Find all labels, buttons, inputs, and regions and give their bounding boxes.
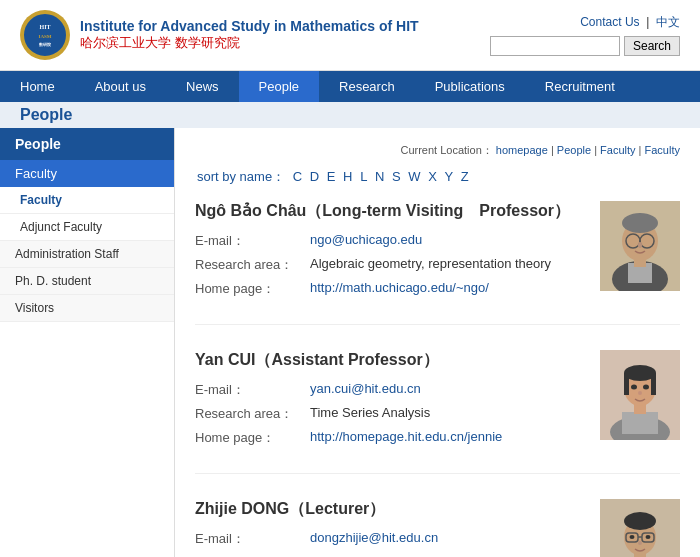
sort-letter-z[interactable]: Z [461,169,469,184]
person-email-row-dong: E-mail： dongzhijie@hit.edu.cn [195,530,585,548]
person-photo-dong [600,499,680,557]
search-button[interactable]: Search [624,36,680,56]
logo-area: HIT IASM 数研院 Institute for Advanced Stud… [20,10,419,60]
breadcrumb-homepage[interactable]: homepage [496,144,548,156]
person-homepage-row-cui: Home page： http://homepage.hit.edu.cn/je… [195,429,585,447]
sidebar-item-phd[interactable]: Ph. D. student [0,268,174,295]
svg-point-9 [622,213,658,233]
sort-label: sort by name： [197,169,285,184]
sort-letter-l[interactable]: L [360,169,367,184]
sort-letter-s[interactable]: S [392,169,401,184]
contact-us-link[interactable]: Contact Us [580,15,639,29]
nav-news[interactable]: News [166,71,239,102]
breadcrumb-faculty-2[interactable]: Faculty [645,144,680,156]
person-email-row-ngo: E-mail： ngo@uchicago.edu [195,232,585,250]
nav-recruitment[interactable]: Recruitment [525,71,635,102]
main-content: Current Location： homepage | People | Fa… [175,128,700,557]
sidebar-item-faculty[interactable]: Faculty [0,187,174,214]
breadcrumb-faculty-1[interactable]: Faculty [600,144,635,156]
sidebar-item-visitors[interactable]: Visitors [0,295,174,322]
page-section-title: People [20,106,72,123]
sort-letter-e[interactable]: E [327,169,336,184]
person-info-ngo: Ngô Bảo Châu（Long-term Visiting Professo… [195,201,585,304]
person-info-dong: Zhijie DONG（Lecturer） E-mail： dongzhijie… [195,499,585,557]
email-link-dong[interactable]: dongzhijie@hit.edu.cn [310,530,438,545]
person-homepage-cui: http://homepage.hit.edu.cn/jennie [310,429,502,447]
person-research-ngo: Algebraic geometry, representation theor… [310,256,551,274]
person-homepage-ngo: http://math.uchicago.edu/~ngo/ [310,280,489,298]
sidebar: People Faculty Faculty Adjunct Faculty A… [0,128,175,557]
svg-point-35 [646,535,651,539]
svg-text:数研院: 数研院 [38,42,52,47]
person-name-ngo: Ngô Bảo Châu（Long-term Visiting Professo… [195,201,585,222]
research-label-cui: Research area： [195,405,310,423]
header: HIT IASM 数研院 Institute for Advanced Stud… [0,0,700,71]
person-email-row-cui: E-mail： yan.cui@hit.edu.cn [195,381,585,399]
sidebar-section-faculty[interactable]: Faculty [0,160,174,187]
sort-letter-n[interactable]: N [375,169,384,184]
email-link-cui[interactable]: yan.cui@hit.edu.cn [310,381,421,396]
sort-letter-c[interactable]: C [293,169,302,184]
breadcrumb-people[interactable]: People [557,144,591,156]
sidebar-item-adjunct-faculty[interactable]: Adjunct Faculty [0,214,174,241]
header-right: Contact Us | 中文 Search [490,14,680,56]
svg-text:IASM: IASM [38,34,51,39]
person-email-ngo: ngo@uchicago.edu [310,232,422,250]
nav-about[interactable]: About us [75,71,166,102]
homepage-label-cui: Home page： [195,429,310,447]
search-area: Search [490,36,680,56]
homepage-link-cui[interactable]: http://homepage.hit.edu.cn/jennie [310,429,502,444]
search-input[interactable] [490,36,620,56]
svg-rect-20 [624,373,629,395]
svg-rect-21 [651,373,656,395]
svg-rect-16 [622,412,658,434]
person-photo-ngo [600,201,680,291]
svg-text:HIT: HIT [39,24,50,30]
svg-point-30 [624,512,656,530]
nav-publications[interactable]: Publications [415,71,525,102]
svg-point-36 [638,541,642,545]
email-label-cui: E-mail： [195,381,310,399]
svg-point-34 [630,535,635,539]
email-label-ngo: E-mail： [195,232,310,250]
header-links: Contact Us | 中文 [580,14,680,31]
sidebar-item-admin-staff[interactable]: Administration Staff [0,241,174,268]
breadcrumb-label: Current Location： [400,144,492,156]
person-card-ngo: Ngô Bảo Châu（Long-term Visiting Professo… [195,201,680,325]
content-area: People Faculty Faculty Adjunct Faculty A… [0,128,700,557]
person-card-cui: Yan CUI（Assistant Professor） E-mail： yan… [195,350,680,474]
svg-point-23 [643,385,649,390]
email-link-ngo[interactable]: ngo@uchicago.edu [310,232,422,247]
svg-point-22 [631,385,637,390]
sort-bar: sort by name： C D E H L N S W X Y Z [195,168,680,186]
sort-letter-x[interactable]: X [428,169,437,184]
institute-name-en: Institute for Advanced Study in Mathemat… [80,18,419,34]
nav-people[interactable]: People [239,71,319,102]
person-research-row-cui: Research area： Time Series Analysis [195,405,585,423]
research-label-ngo: Research area： [195,256,310,274]
person-research-cui: Time Series Analysis [310,405,430,423]
main-nav: Home About us News People Research Publi… [0,71,700,102]
sort-letter-d[interactable]: D [310,169,319,184]
sort-letter-h[interactable]: H [343,169,352,184]
sub-header: People [0,102,700,128]
person-email-cui: yan.cui@hit.edu.cn [310,381,421,399]
institute-logo: HIT IASM 数研院 [20,10,70,60]
sort-letter-y[interactable]: Y [445,169,454,184]
institute-name: Institute for Advanced Study in Mathemat… [80,18,419,52]
nav-research[interactable]: Research [319,71,415,102]
nav-home[interactable]: Home [0,71,75,102]
homepage-link-ngo[interactable]: http://math.uchicago.edu/~ngo/ [310,280,489,295]
sidebar-title: People [0,128,174,160]
institute-name-cn: 哈尔滨工业大学 数学研究院 [80,34,419,52]
person-name-dong: Zhijie DONG（Lecturer） [195,499,585,520]
email-label-dong: E-mail： [195,530,310,548]
sort-letter-w[interactable]: W [408,169,420,184]
homepage-label-ngo: Home page： [195,280,310,298]
lang-cn-link[interactable]: 中文 [656,15,680,29]
svg-point-13 [638,242,642,248]
person-email-dong: dongzhijie@hit.edu.cn [310,530,438,548]
svg-point-24 [638,391,642,395]
person-homepage-row-ngo: Home page： http://math.uchicago.edu/~ngo… [195,280,585,298]
person-name-cui: Yan CUI（Assistant Professor） [195,350,585,371]
